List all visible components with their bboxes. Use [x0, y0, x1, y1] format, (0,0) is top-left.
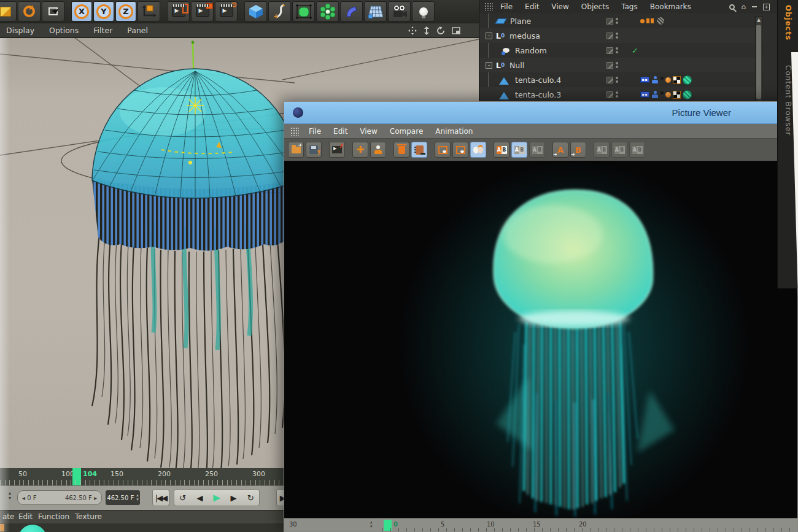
goto-start-button[interactable]: |◀◀ [152, 489, 169, 506]
pv-menu-file[interactable]: File [309, 127, 321, 136]
axis-x-lock[interactable]: X [71, 1, 92, 21]
dual-view-icon[interactable] [452, 142, 468, 158]
layer-swatch[interactable] [606, 77, 613, 83]
current-frame-field[interactable]: 462.50 F ▴▾ [106, 490, 140, 505]
set-b-icon[interactable]: B [570, 142, 586, 158]
cloner-icon[interactable] [316, 1, 339, 21]
object-row-medusa[interactable]: - L0 medusa [479, 28, 764, 43]
checker-texture-tag[interactable] [673, 91, 681, 99]
search-icon[interactable] [729, 4, 735, 10]
vp-menu-options[interactable]: Options [49, 26, 79, 35]
rotate-view-icon[interactable] [436, 26, 445, 35]
om-menu-edit[interactable]: Edit [525, 2, 539, 11]
play-backward-button[interactable]: ↺ [174, 490, 192, 506]
layer-swatch[interactable] [606, 62, 613, 69]
next-frame-button[interactable]: ▶ [225, 490, 242, 506]
visibility-dots[interactable] [616, 18, 618, 24]
pv-titlebar[interactable]: Picture Viewer [284, 102, 797, 124]
delete-icon[interactable] [393, 142, 409, 158]
home-icon[interactable]: ⌂ [741, 2, 746, 11]
preview-range-slider[interactable]: ◂ 0 F 462.50 F ▸ [17, 490, 102, 505]
pv-menu-compare[interactable]: Compare [390, 127, 423, 136]
history-notebook-icon[interactable] [411, 142, 427, 158]
animation-keys-tag[interactable] [646, 18, 655, 23]
figure-tag[interactable] [651, 76, 659, 83]
visibility-dots[interactable] [616, 77, 618, 83]
vp-menu-display[interactable]: Display [6, 26, 34, 35]
expand-toggle[interactable]: - [486, 33, 492, 39]
minimize-icon[interactable] [752, 6, 757, 7]
layer-swatch[interactable] [606, 33, 613, 39]
user-layer-icon[interactable] [370, 142, 386, 158]
move-layer-icon[interactable]: ✚ [352, 142, 368, 158]
range-stepper[interactable]: ▴▾ [9, 491, 11, 501]
scroll-thumb[interactable] [756, 25, 761, 99]
spline-pen-icon[interactable]: + [268, 1, 291, 21]
keyframe-tag[interactable]: ▪▪ [640, 77, 649, 83]
visibility-dots[interactable] [616, 62, 618, 68]
orange-dot-tag[interactable] [640, 19, 645, 23]
om-menu-objects[interactable]: Objects [581, 2, 609, 11]
loop-button[interactable]: ↻ [242, 490, 259, 506]
jellyfish-dome[interactable] [92, 69, 300, 198]
material-tag[interactable] [683, 75, 692, 85]
menu-create-cut[interactable]: ate [2, 512, 14, 521]
black-dot-tag[interactable] [660, 77, 664, 80]
enabled-check-icon[interactable]: ✓ [632, 46, 638, 55]
axis-z-lock[interactable]: Z [115, 1, 136, 21]
om-scrollbar[interactable]: ▲ [755, 16, 762, 103]
pv-mini-timeline[interactable]: 30 ▴▾ 0 5 10 15 20 [284, 518, 797, 531]
set-a-icon[interactable]: A [552, 142, 568, 158]
panel-grip-icon[interactable] [484, 2, 493, 11]
render-view-icon[interactable] [167, 1, 190, 21]
render-to-picture-viewer-icon[interactable] [191, 1, 214, 21]
layer-swatch[interactable] [606, 91, 613, 98]
menu-edit[interactable]: Edit [18, 512, 33, 521]
keyframe-tag[interactable]: ▪▪ [640, 91, 649, 98]
pv-frame-stepper[interactable]: ▴▾ [370, 520, 373, 529]
rotate-tool-icon[interactable] [18, 1, 41, 21]
open-icon[interactable] [288, 142, 304, 158]
pv-menu-view[interactable]: View [360, 127, 377, 136]
orange-ball-tag[interactable] [665, 77, 671, 83]
material-tag[interactable] [683, 90, 692, 99]
om-menu-view[interactable]: View [551, 2, 568, 11]
visibility-dots[interactable] [616, 47, 618, 53]
menu-function[interactable]: Function [38, 512, 69, 521]
cube-primitive-icon[interactable] [244, 1, 267, 21]
material-preview-ball[interactable] [18, 525, 47, 532]
panel-grip-icon[interactable] [290, 127, 299, 136]
visibility-dots[interactable] [616, 33, 618, 39]
coordinate-system-icon[interactable] [138, 1, 160, 21]
om-menu-tags[interactable]: Tags [621, 2, 638, 11]
ab-disabled-icon[interactable]: AB [529, 142, 545, 158]
object-row-null[interactable]: - L0 Null [479, 58, 764, 72]
play-button[interactable]: ▶ [208, 490, 225, 506]
move-tool-icon[interactable] [0, 1, 17, 21]
pv-menu-animation[interactable]: Animation [435, 127, 473, 136]
bend-deformer-icon[interactable] [340, 1, 363, 21]
object-row-plane[interactable]: Plane [479, 13, 764, 28]
camera-icon[interactable] [388, 1, 411, 21]
om-menu-bookmarks[interactable]: Bookmarks [650, 2, 691, 11]
ab-extra-icon[interactable]: AB [629, 142, 645, 158]
axis-y-lock[interactable]: Y [93, 1, 114, 21]
layer-swatch[interactable] [606, 47, 613, 54]
scroll-up-icon[interactable]: ▲ [756, 17, 762, 24]
ab-compare-icon[interactable]: AB [494, 142, 509, 158]
floor-icon[interactable] [364, 1, 387, 21]
ab-active-icon[interactable]: AB [511, 142, 527, 158]
tab-content-browser[interactable]: Content Browser [784, 65, 792, 136]
maximize-view-icon[interactable] [452, 27, 460, 34]
tab-objects[interactable]: Objects [784, 5, 792, 40]
render-canvas[interactable] [284, 161, 797, 518]
rect-selection-icon[interactable] [42, 1, 64, 21]
compare-eggs-icon[interactable] [470, 142, 486, 158]
ab-extra-icon[interactable]: AB [611, 142, 627, 158]
pan-view-icon[interactable] [408, 26, 417, 35]
frame-stepper[interactable]: ▴▾ [136, 493, 139, 502]
pv-menu-edit[interactable]: Edit [333, 127, 347, 136]
visibility-dots[interactable] [616, 91, 618, 98]
clapper-delete-icon[interactable] [329, 142, 345, 158]
figure-tag[interactable] [651, 91, 659, 98]
